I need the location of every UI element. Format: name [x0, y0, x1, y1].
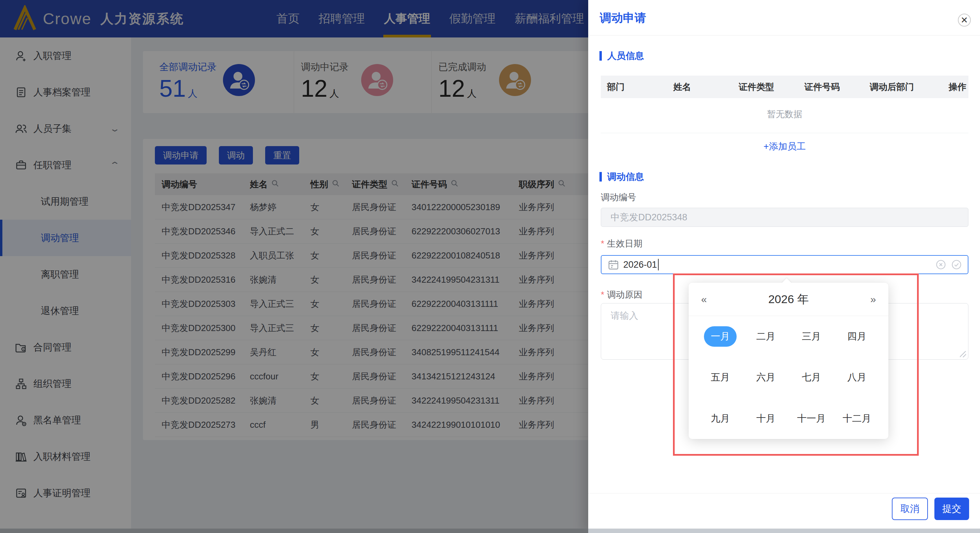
effective-date-value: 2026-01: [623, 260, 657, 270]
year-label[interactable]: 2026 年: [719, 292, 858, 307]
effective-date-label-text: 生效日期: [607, 238, 642, 249]
close-icon[interactable]: ✕: [958, 14, 971, 27]
required-asterisk: *: [601, 289, 604, 300]
employee-column-header-0: 部门: [601, 81, 667, 93]
reason-label: *调动原因: [601, 289, 642, 301]
drawer-header: 调动申请 ✕: [588, 0, 980, 35]
submit-button[interactable]: 提交: [934, 498, 969, 520]
month-label: 七月: [795, 367, 827, 388]
month-label: 六月: [749, 367, 782, 388]
effective-date-label: *生效日期: [601, 238, 642, 250]
month-label: 二月: [749, 326, 782, 347]
month-label: 九月: [704, 409, 737, 429]
month-cell-11[interactable]: 十一月: [789, 398, 834, 439]
reason-label-text: 调动原因: [607, 289, 642, 300]
calendar-icon: [608, 260, 619, 270]
date-input-suffix: [936, 256, 962, 273]
transfer-code-value: 中竞发DD2025348: [611, 211, 687, 223]
month-label: 十二月: [836, 409, 877, 429]
month-cell-3[interactable]: 三月: [789, 316, 834, 357]
month-cell-4[interactable]: 四月: [834, 316, 880, 357]
employee-column-header-5: 操作: [935, 81, 969, 93]
month-label: 八月: [840, 367, 873, 388]
month-label: 三月: [795, 326, 827, 347]
month-grid: 一月二月三月四月五月六月七月八月九月十月十一月十二月: [689, 316, 888, 439]
employee-column-header-4: 调动后部门: [864, 81, 935, 93]
employee-column-header-3: 证件号码: [798, 81, 864, 93]
month-label: 五月: [704, 367, 737, 388]
person-info-section-title: 人员信息: [600, 50, 644, 62]
employee-table-divider: [601, 133, 969, 133]
cancel-button[interactable]: 取消: [892, 498, 928, 520]
month-cell-8[interactable]: 八月: [834, 357, 880, 398]
effective-date-input[interactable]: 2026-01: [601, 255, 969, 274]
confirm-icon[interactable]: [951, 260, 962, 270]
month-cell-9[interactable]: 九月: [697, 398, 743, 439]
month-label: 十一月: [791, 409, 832, 429]
employee-table: 部门姓名证件类型证件号码调动后部门操作: [601, 76, 969, 98]
next-year-button[interactable]: »: [858, 294, 888, 305]
employee-table-header: 部门姓名证件类型证件号码调动后部门操作: [601, 76, 969, 98]
picker-header: « 2026 年 »: [689, 282, 888, 316]
screen: Crowe 人力资源系统 首页招聘管理人事管理假勤管理薪酬福利管理 入职管理人事…: [0, 0, 980, 533]
transfer-apply-drawer: 调动申请 ✕ 人员信息 部门姓名证件类型证件号码调动后部门操作 暂无数据 +添加…: [588, 0, 980, 533]
employee-column-header-2: 证件类型: [733, 81, 798, 93]
prev-year-button[interactable]: «: [689, 294, 719, 305]
drawer-title: 调动申请: [600, 10, 646, 26]
month-cell-6[interactable]: 六月: [743, 357, 789, 398]
month-label: 四月: [840, 326, 873, 347]
month-cell-5[interactable]: 五月: [697, 357, 743, 398]
month-cell-12[interactable]: 十二月: [834, 398, 880, 439]
clear-icon[interactable]: [936, 260, 946, 270]
resize-handle[interactable]: [960, 351, 966, 357]
modal-dim-overlay[interactable]: [0, 0, 588, 533]
employee-table-empty-text: 暂无数据: [601, 108, 969, 120]
required-asterisk: *: [601, 238, 604, 249]
month-cell-7[interactable]: 七月: [789, 357, 834, 398]
transfer-code-input: 中竞发DD2025348: [601, 208, 969, 227]
transfer-code-label: 调动编号: [601, 191, 636, 203]
add-employee-link[interactable]: +添加员工: [601, 140, 969, 153]
person-info-title-text: 人员信息: [607, 50, 644, 62]
text-cursor: [658, 259, 659, 270]
month-picker-popup: « 2026 年 » 一月二月三月四月五月六月七月八月九月十月十一月十二月: [689, 282, 888, 439]
employee-column-header-1: 姓名: [667, 81, 733, 93]
month-cell-1[interactable]: 一月: [697, 316, 743, 357]
reason-placeholder: 请输入: [611, 311, 638, 321]
month-cell-10[interactable]: 十月: [743, 398, 789, 439]
footer-divider: [588, 493, 980, 493]
transfer-info-section-title: 调动信息: [600, 171, 644, 183]
month-label: 一月: [704, 326, 737, 347]
month-cell-2[interactable]: 二月: [743, 316, 789, 357]
transfer-info-title-text: 调动信息: [607, 171, 644, 183]
month-label: 十月: [749, 409, 782, 429]
